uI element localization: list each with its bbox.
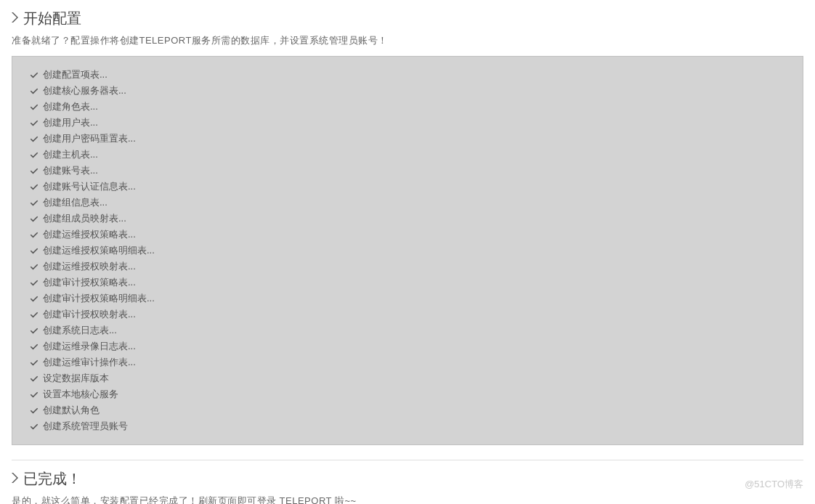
log-item: 创建运维授权映射表...: [30, 259, 785, 275]
section-start-header: 开始配置: [12, 9, 803, 28]
check-icon: [30, 358, 38, 367]
log-item-label: 创建运维审计操作表...: [43, 354, 136, 370]
log-item-label: 创建组成员映射表...: [43, 211, 126, 227]
log-item: 设置本地核心服务: [30, 386, 785, 402]
log-item-label: 创建组信息表...: [43, 195, 108, 211]
log-item-label: 创建系统日志表...: [43, 322, 117, 338]
log-item: 创建运维授权策略表...: [30, 227, 785, 243]
log-item-label: 创建审计授权策略表...: [43, 275, 136, 290]
check-icon: [30, 278, 38, 287]
log-item-label: 创建运维授权策略明细表...: [43, 243, 155, 259]
log-item: 创建审计授权策略表...: [30, 275, 785, 290]
check-icon: [30, 294, 38, 303]
check-icon: [30, 374, 38, 383]
check-icon: [30, 262, 38, 271]
log-item-label: 创建用户表...: [43, 115, 98, 131]
check-icon: [30, 198, 38, 207]
check-icon: [30, 326, 38, 335]
log-item: 创建配置项表...: [30, 67, 785, 83]
log-panel: 创建配置项表...创建核心服务器表...创建角色表...创建用户表...创建用户…: [12, 56, 803, 445]
log-item: 创建核心服务器表...: [30, 83, 785, 99]
log-item-label: 创建核心服务器表...: [43, 83, 126, 99]
log-item: 创建审计授权映射表...: [30, 306, 785, 322]
check-icon: [30, 102, 38, 111]
log-item: 设定数据库版本: [30, 370, 785, 386]
section-start-description: 准备就绪了？配置操作将创建TELEPORT服务所需的数据库，并设置系统管理员账号…: [12, 34, 803, 47]
log-item: 创建角色表...: [30, 99, 785, 115]
check-icon: [30, 246, 38, 255]
check-icon: [30, 390, 38, 399]
log-item: 创建用户表...: [30, 115, 785, 131]
section-done-description: 是的，就这么简单，安装配置已经完成了！刷新页面即可登录 TELEPORT 啦~~: [12, 495, 803, 504]
check-icon: [30, 230, 38, 239]
check-icon: [30, 166, 38, 175]
divider: [12, 460, 803, 460]
watermark: @51CTO博客: [745, 478, 803, 491]
log-item-label: 创建主机表...: [43, 147, 98, 163]
check-icon: [30, 134, 38, 143]
log-item-label: 创建账号表...: [43, 163, 98, 179]
section-done-title: 已完成！: [23, 469, 81, 489]
check-icon: [30, 70, 38, 79]
check-icon: [30, 150, 38, 159]
log-item: 创建运维录像日志表...: [30, 338, 785, 354]
log-item-label: 创建运维授权映射表...: [43, 259, 136, 275]
log-item: 创建默认角色: [30, 402, 785, 418]
log-item: 创建审计授权策略明细表...: [30, 290, 785, 306]
log-item-label: 创建运维录像日志表...: [43, 338, 136, 354]
check-icon: [30, 342, 38, 351]
log-item-label: 创建系统管理员账号: [43, 418, 128, 434]
log-item-label: 创建配置项表...: [43, 67, 108, 83]
log-item-label: 创建审计授权映射表...: [43, 306, 136, 322]
log-item: 创建系统日志表...: [30, 322, 785, 338]
log-item-label: 创建角色表...: [43, 99, 98, 115]
log-item-label: 创建用户密码重置表...: [43, 131, 136, 147]
log-item: 创建账号认证信息表...: [30, 179, 785, 195]
log-item: 创建组成员映射表...: [30, 211, 785, 227]
check-icon: [30, 214, 38, 223]
log-item-label: 设置本地核心服务: [43, 386, 118, 402]
log-item: 创建账号表...: [30, 163, 785, 179]
check-icon: [30, 422, 38, 431]
check-icon: [30, 310, 38, 319]
log-item-label: 创建账号认证信息表...: [43, 179, 136, 195]
log-item-label: 创建默认角色: [43, 402, 100, 418]
log-item-label: 设定数据库版本: [43, 370, 109, 386]
log-item: 创建运维授权策略明细表...: [30, 243, 785, 259]
log-item: 创建运维审计操作表...: [30, 354, 785, 370]
log-item: 创建系统管理员账号: [30, 418, 785, 434]
log-item: 创建主机表...: [30, 147, 785, 163]
section-done-header: 已完成！: [12, 469, 803, 489]
chevron-right-icon: [12, 473, 19, 485]
check-icon: [30, 182, 38, 191]
check-icon: [30, 406, 38, 415]
log-item: 创建组信息表...: [30, 195, 785, 211]
log-item-label: 创建审计授权策略明细表...: [43, 290, 155, 306]
check-icon: [30, 86, 38, 95]
section-start-title: 开始配置: [23, 9, 81, 28]
log-item: 创建用户密码重置表...: [30, 131, 785, 147]
log-item-label: 创建运维授权策略表...: [43, 227, 136, 243]
chevron-right-icon: [12, 12, 19, 25]
check-icon: [30, 118, 38, 127]
